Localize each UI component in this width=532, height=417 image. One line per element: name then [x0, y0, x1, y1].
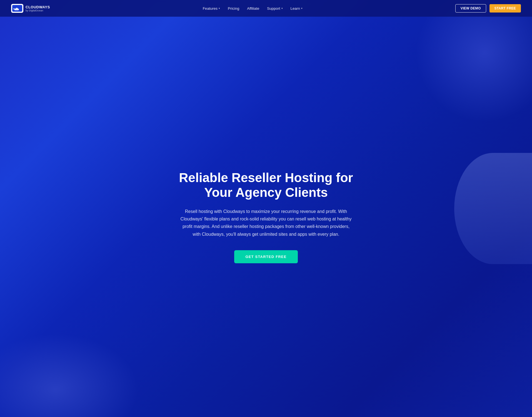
nav-affiliate[interactable]: Affiliate: [247, 6, 259, 11]
nav-pricing[interactable]: Pricing: [228, 6, 239, 11]
hero-title: Reliable Reseller Hosting for Your Agenc…: [172, 170, 361, 200]
brand-text: CLOUDWAYS by DigitalOcean: [26, 5, 50, 12]
logo[interactable]: CLOUDWAYS by DigitalOcean: [11, 4, 50, 13]
hero-section: Reliable Reseller Hosting for Your Agenc…: [0, 0, 532, 417]
brand-name: CLOUDWAYS: [26, 5, 50, 9]
logo-icon: [11, 4, 23, 13]
chevron-down-icon: ▾: [301, 7, 303, 10]
nav-support[interactable]: Support ▾: [267, 6, 283, 11]
view-demo-button[interactable]: VIEW DEMO: [455, 4, 486, 13]
chevron-down-icon: ▾: [219, 7, 220, 10]
hero-subtitle: Resell hosting with Cloudways to maximiz…: [180, 208, 352, 238]
nav-learn[interactable]: Learn ▾: [291, 6, 303, 11]
nav-features[interactable]: Features ▾: [203, 6, 220, 11]
chevron-down-icon: ▾: [281, 7, 283, 10]
hero-cta-button[interactable]: GET STARTED FREE: [234, 250, 298, 263]
hero-blob: [454, 153, 532, 264]
brand-sub: by DigitalOcean: [26, 9, 50, 12]
nav-actions: VIEW DEMO START FREE: [455, 4, 521, 13]
hero-content: Reliable Reseller Hosting for Your Agenc…: [166, 170, 366, 263]
navbar: CLOUDWAYS by DigitalOcean Features ▾ Pri…: [0, 0, 532, 17]
nav-links: Features ▾ Pricing Affiliate Support ▾ L…: [203, 6, 303, 11]
start-free-button[interactable]: START FREE: [489, 4, 521, 13]
